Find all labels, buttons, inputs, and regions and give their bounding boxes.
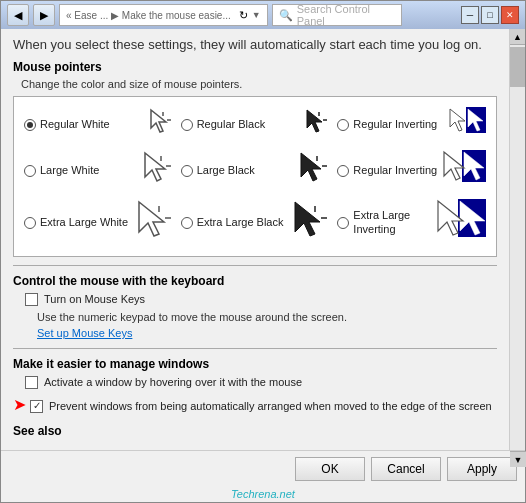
scroll-thumb[interactable] [510,47,525,87]
section-keyboard: Control the mouse with the keyboard [13,274,497,288]
title-bar: ◀ ▶ « Ease ... ▶ Make the mouse easie...… [1,1,525,29]
pointer-cell-regular-white[interactable]: Regular White [20,103,177,146]
window-controls: ─ □ ✕ [461,6,519,24]
red-arrow-indicator: ➤ [13,395,26,414]
apply-button[interactable]: Apply [447,457,517,481]
label-large-black: Large Black [197,164,255,177]
label-regular-white: Regular White [40,118,110,131]
main-content: When you select these settings, they wil… [1,29,509,450]
pointer-grid: Regular White Regular Black [13,96,497,257]
pointer-cell-large-black[interactable]: Large Black [177,146,334,195]
icon-extra-large-white [137,200,173,245]
label-regular-black: Regular Black [197,118,265,131]
window: ◀ ▶ « Ease ... ▶ Make the mouse easie...… [0,0,526,503]
icon-regular-black [305,108,329,141]
icon-large-white [143,151,173,190]
section-windows: Make it easier to manage windows [13,357,497,371]
bottom-bar: OK Cancel Apply [1,450,525,486]
prevent-windows-inner: Prevent windows from being automatically… [30,399,492,414]
svg-marker-18 [139,202,164,236]
radio-regular-black[interactable] [181,119,193,131]
ok-button[interactable]: OK [295,457,365,481]
label-regular-inverting: Regular Inverting [353,118,437,131]
activate-window-label: Activate a window by hovering over it wi… [44,375,302,390]
pointer-cell-regular-inverting[interactable]: Regular Inverting [333,103,490,146]
mouse-keys-checkbox[interactable] [25,293,38,306]
prevent-windows-label: Prevent windows from being automatically… [49,399,492,414]
maximize-button[interactable]: □ [481,6,499,24]
activate-window-row: Activate a window by hovering over it wi… [25,375,497,390]
scroll-up-button[interactable]: ▲ [510,29,525,45]
content-area: When you select these settings, they wil… [1,29,525,450]
setup-mouse-keys-link[interactable]: Set up Mouse Keys [37,327,132,339]
icon-extra-large-inverting [436,199,486,246]
divider-keyboard [13,265,497,266]
divider-windows [13,348,497,349]
label-large-white: Large White [40,164,99,177]
icon-large-inverting [442,150,486,191]
dropdown-icon[interactable]: ▼ [252,10,261,20]
refresh-button[interactable]: ↻ [239,9,248,22]
svg-marker-17 [444,152,464,180]
radio-regular-inverting[interactable] [337,119,349,131]
address-path: « Ease ... ▶ Make the mouse easie... [66,10,231,21]
close-button[interactable]: ✕ [501,6,519,24]
watermark: Techrena.net [1,486,525,502]
radio-extra-large-black[interactable] [181,217,193,229]
see-also: See also [13,424,497,438]
mouse-keys-row: Turn on Mouse Keys [25,292,497,307]
pointer-cell-extra-large-inverting[interactable]: Extra Large Inverting [333,195,490,250]
search-field[interactable]: 🔍 Search Control Panel [272,4,402,26]
pointer-cell-extra-large-black[interactable]: Extra Large Black [177,195,334,250]
page-intro-text: When you select these settings, they wil… [13,37,497,52]
minimize-button[interactable]: ─ [461,6,479,24]
pointer-row-3: Extra Large White Extra Large Black [20,195,490,250]
radio-large-black[interactable] [181,165,193,177]
back-button[interactable]: ◀ [7,4,29,26]
activate-window-checkbox[interactable] [25,376,38,389]
mouse-pointers-desc: Change the color and size of mouse point… [21,78,497,90]
radio-extra-large-white[interactable] [24,217,36,229]
label-extra-large-black: Extra Large Black [197,216,284,229]
pointer-row-2: Large White Large Black [20,146,490,195]
section-mouse-pointers: Mouse pointers [13,60,497,74]
icon-regular-white [149,108,173,141]
radio-extra-large-inverting[interactable] [337,217,349,229]
pointer-row-1: Regular White Regular Black [20,103,490,146]
pointer-cell-large-inverting[interactable]: Regular Inverting [333,146,490,195]
label-extra-large-inverting: Extra Large Inverting [353,209,432,235]
address-bar[interactable]: « Ease ... ▶ Make the mouse easie... ↻ ▼ [59,4,268,26]
search-icon: 🔍 [279,9,293,22]
icon-regular-inverting [448,107,486,142]
scrollbar[interactable]: ▲ ▼ [509,29,525,450]
label-large-inverting: Regular Inverting [353,164,437,177]
cancel-button[interactable]: Cancel [371,457,441,481]
radio-large-inverting[interactable] [337,165,349,177]
radio-large-white[interactable] [24,165,36,177]
search-placeholder: Search Control Panel [297,3,395,27]
mouse-keys-label: Turn on Mouse Keys [44,292,145,307]
pointer-cell-regular-black[interactable]: Regular Black [177,103,334,146]
forward-button[interactable]: ▶ [33,4,55,26]
pointer-cell-large-white[interactable]: Large White [20,146,177,195]
prevent-windows-row: ➤ Prevent windows from being automatical… [13,395,497,418]
label-extra-large-white: Extra Large White [40,216,128,229]
svg-marker-12 [301,153,321,181]
prevent-windows-checkbox[interactable] [30,400,43,413]
svg-marker-8 [450,109,465,131]
icon-extra-large-black [293,200,329,245]
title-bar-left: ◀ ▶ « Ease ... ▶ Make the mouse easie...… [7,4,402,26]
icon-large-black [299,151,329,190]
svg-marker-21 [295,202,320,236]
mouse-keys-desc: Use the numeric keypad to move the mouse… [37,311,497,323]
radio-regular-white[interactable] [24,119,36,131]
pointer-cell-extra-large-white[interactable]: Extra Large White [20,195,177,250]
svg-marker-9 [145,153,165,181]
